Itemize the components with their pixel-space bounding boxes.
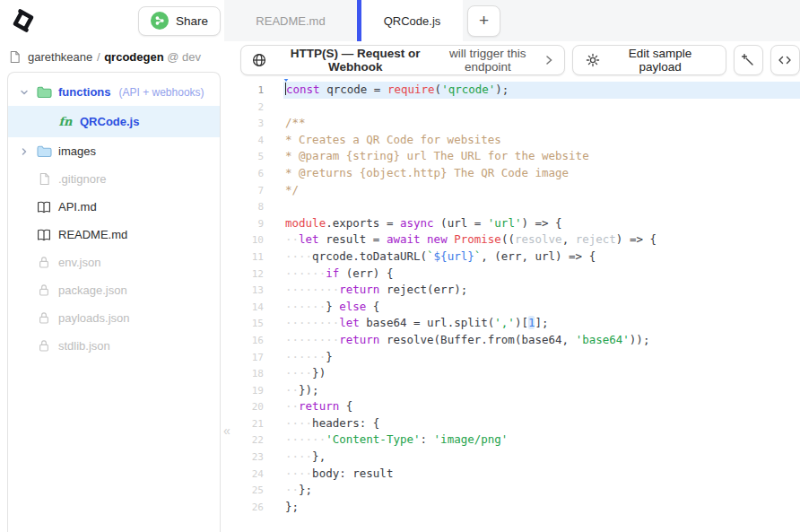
file-page-icon bbox=[9, 50, 21, 64]
code-line-20[interactable]: 20··return { bbox=[240, 398, 800, 415]
lock-icon bbox=[36, 339, 52, 353]
line-number: 7 bbox=[240, 182, 264, 199]
code-text bbox=[283, 198, 800, 215]
code-text: ····body: result bbox=[283, 466, 800, 483]
code-line-9[interactable]: 9module.exports = async (url = 'url') =>… bbox=[240, 215, 800, 232]
code-line-10[interactable]: 10··let result = await new Promise((reso… bbox=[240, 231, 800, 249]
file-icon bbox=[36, 172, 52, 186]
code-line-24[interactable]: 24····body: result bbox=[240, 466, 800, 483]
code-line-17[interactable]: 17······} bbox=[240, 349, 800, 366]
line-number: 14 bbox=[240, 299, 264, 316]
code-line-1[interactable]: 1const qrcode = require('qrcode'); bbox=[240, 82, 800, 99]
lock-icon bbox=[36, 256, 52, 269]
line-number: 3 bbox=[240, 115, 264, 132]
code-line-6[interactable]: 6* @returns {object.http} The QR Code im… bbox=[240, 165, 800, 182]
code-line-7[interactable]: 7*/ bbox=[240, 182, 800, 199]
text-cursor bbox=[285, 83, 286, 95]
code-line-14[interactable]: 14······} else { bbox=[240, 299, 800, 316]
code-line-21[interactable]: 21····headers: { bbox=[240, 415, 800, 432]
code-line-23[interactable]: 23····}, bbox=[240, 449, 800, 466]
line-number: 20 bbox=[240, 398, 264, 415]
line-number: 16 bbox=[240, 332, 264, 349]
app-logo[interactable] bbox=[9, 6, 38, 35]
code-editor[interactable]: 1const qrcode = require('qrcode');23/**4… bbox=[240, 79, 800, 532]
tree-item-payloads-json[interactable]: payloads.json bbox=[8, 304, 220, 332]
code-text: ··let result = await new Promise((resolv… bbox=[283, 231, 800, 249]
tab-qrcode-js[interactable]: QRCode.js bbox=[361, 0, 463, 41]
code-line-13[interactable]: 13········return reject(err); bbox=[240, 282, 800, 299]
line-number: 22 bbox=[240, 432, 264, 449]
line-number: 2 bbox=[240, 99, 264, 116]
line-number: 26 bbox=[240, 499, 264, 516]
line-number: 10 bbox=[240, 231, 264, 249]
code-line-26[interactable]: 26}; bbox=[240, 499, 800, 516]
line-number: 11 bbox=[240, 249, 264, 266]
code-line-16[interactable]: 16········return resolve(Buffer.from(bas… bbox=[240, 332, 800, 349]
code-line-22[interactable]: 22······'Content-Type': 'image/png' bbox=[240, 432, 800, 449]
tree-item-package-json[interactable]: package.json bbox=[8, 276, 220, 304]
repo-breadcrumb-text: garethkeane / qrcodegen @ dev bbox=[28, 50, 201, 64]
code-text: /** bbox=[283, 115, 800, 132]
code-text: ········return reject(err); bbox=[283, 282, 800, 299]
tree-item-readme-md[interactable]: README.md bbox=[8, 221, 220, 249]
tree-item-note: (API + webhooks) bbox=[119, 86, 204, 99]
folder-icon bbox=[36, 86, 52, 99]
tree-item-label: payloads.json bbox=[58, 311, 130, 325]
tree-item-env-json[interactable]: env.json bbox=[8, 249, 220, 276]
tree-item-stdlib-json[interactable]: stdlib.json bbox=[8, 332, 220, 360]
line-number: 6 bbox=[240, 165, 264, 182]
tree-item-api-md[interactable]: API.md bbox=[8, 193, 220, 221]
tree-item-label: .gitignore bbox=[58, 172, 106, 186]
new-tab-wrap: + bbox=[463, 0, 500, 41]
tree-item-label: package.json bbox=[58, 283, 127, 297]
code-text: ····headers: { bbox=[283, 415, 800, 432]
tree-item--gitignore[interactable]: .gitignore bbox=[8, 165, 220, 193]
magic-wand-button[interactable] bbox=[734, 45, 763, 75]
code-line-2[interactable]: 2 bbox=[240, 99, 800, 116]
line-number: 24 bbox=[240, 466, 264, 483]
code-text: * @returns {object.http} The QR Code ima… bbox=[283, 165, 800, 182]
code-line-5[interactable]: 5* @param {string} url The URL for the w… bbox=[240, 148, 800, 165]
code-line-19[interactable]: 19··}); bbox=[240, 382, 800, 399]
tab-readme-md[interactable]: README.md bbox=[224, 0, 357, 41]
code-text: */ bbox=[283, 182, 800, 199]
tree-item-functions[interactable]: functions(API + webhooks) bbox=[8, 78, 220, 106]
code-line-18[interactable]: 18····}) bbox=[240, 365, 800, 382]
tab-bar-filler bbox=[500, 0, 800, 41]
line-number: 17 bbox=[240, 349, 264, 366]
trigger-endpoint-button[interactable]: HTTP(S) — Request or Webhook will trigge… bbox=[240, 45, 565, 75]
plus-icon: + bbox=[479, 11, 489, 31]
sidebar-collapse-handle[interactable]: « bbox=[223, 423, 230, 438]
sidebar: garethkeane / qrcodegen @ dev functions(… bbox=[0, 41, 240, 532]
code-line-4[interactable]: 4* Creates a QR Code for websites bbox=[240, 132, 800, 149]
new-tab-button[interactable]: + bbox=[467, 5, 500, 37]
share-button[interactable]: Share bbox=[138, 6, 221, 36]
chevron-down-icon bbox=[19, 88, 30, 97]
tab-bar: README.md QRCode.js + bbox=[224, 0, 800, 41]
code-text: * Creates a QR Code for websites bbox=[283, 132, 800, 149]
tree-item-label: API.md bbox=[58, 200, 97, 214]
folder-icon bbox=[36, 145, 52, 158]
line-number: 21 bbox=[240, 415, 264, 432]
share-icon bbox=[151, 12, 169, 30]
code-line-8[interactable]: 8 bbox=[240, 198, 800, 215]
edit-sample-payload-button[interactable]: Edit sample payload bbox=[572, 45, 726, 75]
line-number: 25 bbox=[240, 482, 264, 499]
repo-name: qrcodegen bbox=[104, 50, 163, 64]
tree-item-images[interactable]: images bbox=[8, 137, 220, 165]
repo-branch: @ dev bbox=[167, 50, 201, 64]
code-line-11[interactable]: 11····qrcode.toDataURL(`${url}`, (err, u… bbox=[240, 249, 800, 266]
repo-breadcrumb[interactable]: garethkeane / qrcodegen @ dev bbox=[7, 41, 240, 66]
view-code-button[interactable] bbox=[770, 45, 800, 75]
tree-item-label: stdlib.json bbox=[58, 339, 110, 353]
code-text: ··}); bbox=[283, 382, 800, 399]
chevron-right-icon bbox=[19, 147, 30, 156]
code-line-15[interactable]: 15········let base64 = url.split(',')[1]… bbox=[240, 315, 800, 332]
code-line-25[interactable]: 25··}; bbox=[240, 482, 800, 499]
code-text: ······'Content-Type': 'image/png' bbox=[283, 432, 800, 449]
code-line-12[interactable]: 12······if (err) { bbox=[240, 266, 800, 283]
code-line-3[interactable]: 3/** bbox=[240, 115, 800, 132]
main-area: garethkeane / qrcodegen @ dev functions(… bbox=[0, 41, 800, 532]
tree-item-qrcode-js[interactable]: fnQRCode.js bbox=[8, 106, 220, 137]
line-number: 12 bbox=[240, 266, 264, 283]
